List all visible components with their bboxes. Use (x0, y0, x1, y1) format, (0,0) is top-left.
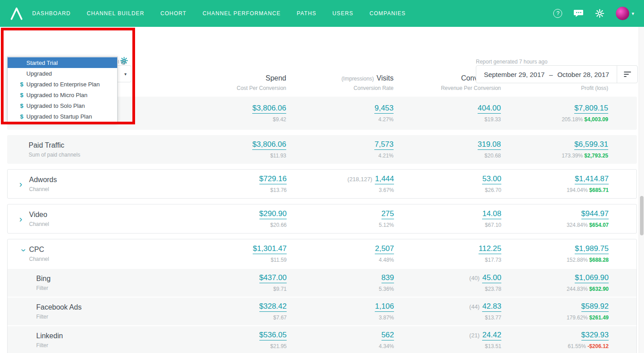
cell-value[interactable]: 2,507 (375, 245, 394, 254)
cell-secondary: $20.68 (394, 153, 501, 159)
cell-value[interactable]: $1,069.90 (575, 274, 609, 283)
table-row[interactable]: ›CPCChannel$1,301.47$11.592,5074.48%112.… (8, 239, 636, 268)
cell-value[interactable]: $329.93 (581, 331, 609, 340)
cell-value[interactable]: 319.08 (478, 140, 501, 150)
table-row[interactable]: ›BingFilter$437.00$9.718395.36%(40)45.00… (8, 268, 636, 297)
cell-value[interactable]: 7,573 (374, 140, 394, 150)
cell-secondary: 5.12% (287, 222, 394, 228)
cell-value[interactable]: $3,806.06 (252, 104, 286, 114)
cell-value[interactable]: 53.00 (482, 175, 501, 184)
table-cell: 404.00$19.33 (394, 104, 501, 123)
profit-amount: $632.90 (589, 286, 609, 292)
help-icon[interactable]: ? (553, 9, 562, 18)
row-label: Video (29, 211, 49, 219)
cell-value[interactable]: 14.08 (482, 210, 501, 219)
cell-value-line: $729.16 (179, 175, 287, 184)
row-label: Bing (36, 275, 51, 283)
date-range-picker[interactable]: September 29, 2017–October 28, 2017 (476, 65, 638, 83)
chat-icon[interactable] (574, 9, 584, 18)
dropdown-item[interactable]: Started Trial (8, 57, 117, 68)
cell-secondary: $13.51 (394, 343, 501, 349)
cell-value[interactable]: 1,444 (375, 175, 394, 184)
row-label-cell: ›LinkedinFilter (8, 332, 179, 349)
cell-value[interactable]: 112.25 (479, 245, 501, 254)
gear-icon[interactable] (120, 57, 128, 64)
cell-value[interactable]: 404.00 (478, 104, 501, 114)
cell-value[interactable]: $1,414.87 (575, 175, 609, 184)
nav-item-cohort[interactable]: COHORT (161, 10, 186, 17)
cell-value[interactable]: $536.05 (259, 331, 287, 340)
nav-item-channel-performance[interactable]: CHANNEL PERFORMANCE (203, 10, 280, 17)
cell-secondary: 3.67% (287, 187, 394, 193)
cell-value[interactable]: 24.42 (482, 331, 501, 340)
nav-item-companies[interactable]: COMPANIES (369, 10, 406, 17)
table-cell: 5624.34% (287, 331, 394, 349)
cell-value[interactable]: $1,301.47 (253, 245, 287, 254)
cell-value[interactable]: 275 (381, 210, 394, 219)
table-section: ›CPCChannel$1,301.47$11.592,5074.48%112.… (7, 239, 637, 353)
nav-right-icons: ? ▾ (553, 7, 634, 20)
sort-icon[interactable] (617, 66, 637, 83)
cell-value[interactable]: $729.16 (259, 175, 287, 184)
row-label: Paid Traffic (29, 141, 80, 149)
row-label-cell: ›VideoChannel (8, 211, 179, 227)
scrollbar-thumb[interactable] (640, 196, 644, 235)
table-cell: 53.00$26.70 (394, 175, 501, 193)
row-sublabel: Channel (29, 256, 49, 262)
nav-item-channel-builder[interactable]: CHANNEL BUILDER (87, 10, 144, 17)
vertical-scrollbar[interactable] (639, 27, 644, 353)
cell-secondary: $9.71 (179, 286, 287, 292)
nav-item-dashboard[interactable]: DASHBOARD (32, 10, 71, 17)
table-row[interactable]: ›AdwordsChannel$729.16$13.76(218,127)1,4… (8, 170, 636, 198)
cell-value[interactable]: 9,453 (374, 104, 394, 114)
cell-value[interactable]: 42.83 (482, 302, 501, 312)
cell-value[interactable]: $6,599.31 (574, 140, 608, 150)
cell-value[interactable]: 839 (381, 274, 394, 283)
cell-value[interactable]: $7,809.15 (574, 104, 608, 114)
dropdown-item[interactable]: $Upgraded to Startup Plan (8, 111, 117, 122)
cell-value[interactable]: $437.00 (259, 274, 287, 283)
app-logo-icon[interactable] (10, 7, 23, 20)
nav-item-users[interactable]: USERS (332, 10, 353, 17)
cell-value-line: $589.92 (501, 302, 609, 312)
cell-value[interactable]: $1,989.75 (575, 245, 609, 254)
table-cell: $536.05$21.95 (179, 331, 287, 349)
cell-value[interactable]: $589.92 (581, 302, 609, 312)
nav-item-paths[interactable]: PATHS (297, 10, 317, 17)
cell-value-line: 53.00 (394, 175, 501, 184)
cell-value[interactable]: $944.97 (581, 210, 609, 219)
cell-value[interactable]: 562 (381, 331, 394, 340)
cell-value-line: 404.00 (394, 104, 501, 114)
cell-value-line: 839 (287, 274, 394, 283)
cell-value[interactable]: $328.42 (259, 302, 287, 312)
settings-gear-icon[interactable] (595, 9, 604, 18)
chevron-down-icon[interactable]: › (20, 249, 29, 259)
avatar[interactable] (616, 7, 629, 20)
table-row[interactable]: ›Facebook AdsFilter$328.42$7.671,1063.87… (8, 297, 636, 325)
row-sublabel: Sum of paid channels (29, 152, 80, 158)
cell-secondary: $11.93 (179, 153, 286, 159)
table-row[interactable]: ›Paid TrafficSum of paid channels$3,806.… (7, 135, 637, 164)
dropdown-item[interactable]: Upgraded (8, 68, 117, 79)
chevron-right-icon[interactable]: › (19, 179, 29, 188)
profit-amount: $261.49 (589, 315, 609, 321)
row-label-text: LinkedinFilter (29, 332, 63, 349)
profit-amount: $4,003.09 (585, 116, 608, 123)
cell-value[interactable]: 1,106 (375, 302, 394, 312)
row-label: CPC (29, 246, 49, 254)
user-menu[interactable]: ▾ (616, 7, 634, 20)
table-row[interactable]: ›VideoChannel$290.90$20.662755.12%14.08$… (8, 204, 636, 233)
cell-value-line: $3,806.06 (179, 140, 286, 150)
row-label-text: VideoChannel (29, 211, 49, 227)
cell-value[interactable]: $290.90 (259, 210, 287, 219)
cell-secondary: $9.42 (179, 116, 286, 123)
table-row[interactable]: ›LinkedinFilter$536.05$21.955624.34%(21)… (8, 325, 636, 353)
profit-percent: 179.62% (567, 315, 589, 321)
dropdown-item[interactable]: $Upgraded to Solo Plan (8, 100, 117, 111)
dropdown-item[interactable]: $Upgraded to Enterprise Plan (8, 79, 117, 89)
cell-value[interactable]: 45.00 (482, 274, 501, 283)
cell-value[interactable]: $3,806.06 (252, 140, 286, 150)
dropdown-item[interactable]: $Upgraded to Micro Plan (8, 89, 117, 100)
chevron-right-icon[interactable]: › (19, 214, 29, 223)
cell-value-line: $3,806.06 (179, 104, 286, 114)
